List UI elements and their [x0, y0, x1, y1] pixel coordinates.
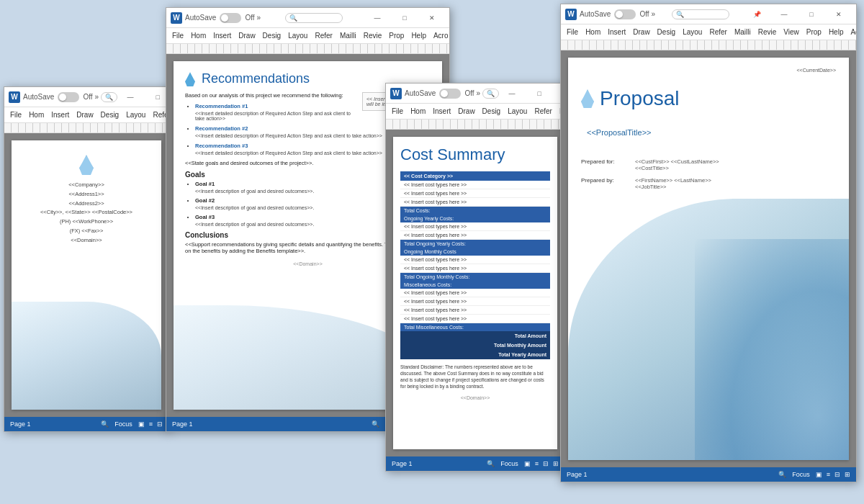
menu-prop-proposal[interactable]: Prop	[806, 28, 822, 36]
menu-insert[interactable]: Insert	[51, 111, 69, 119]
maximize-cost[interactable]: □	[526, 88, 552, 99]
focus-label-proposal: 🔍	[778, 471, 786, 478]
drop-icon-rec	[185, 72, 195, 86]
table-row: << Insert cost types here >>	[400, 297, 550, 306]
proposal-title-placeholder: <<ProposalTitle>>	[587, 128, 836, 137]
menu-view-proposal[interactable]: View	[783, 28, 799, 36]
status-bar-proposal: Page 1 🔍 Focus ▣ ≡ ⊟ ⊞	[561, 467, 856, 482]
minimize-cost[interactable]: —	[499, 88, 525, 99]
search-box-cost[interactable]: 🔍	[482, 89, 499, 99]
proposal-title-area: Proposal	[581, 87, 836, 110]
minimize-proposal[interactable]: —	[771, 9, 797, 20]
view-icon-proposal-3[interactable]: ⊟	[834, 471, 840, 478]
view-icon-cost-3[interactable]: ⊟	[543, 460, 549, 467]
proposal-fields: Prepared for: <<CustFirst>> <<CustLastNa…	[581, 158, 836, 190]
doc-area-cost: Cost Summary << Cost Category >> << Inse…	[386, 130, 564, 456]
more-button-cost[interactable]: »	[474, 89, 483, 97]
menu-insert-rec[interactable]: Insert	[213, 32, 231, 40]
section-misc: Miscellaneous Costs:	[400, 281, 550, 289]
maximize-rec[interactable]: □	[392, 12, 418, 24]
view-icon-proposal-1[interactable]: ▣	[816, 471, 822, 478]
cost-disclaimer: Standard Disclaimer: The numbers represe…	[400, 364, 550, 390]
minimize-rec[interactable]: —	[364, 12, 390, 24]
menu-insert-proposal[interactable]: Insert	[608, 28, 626, 36]
view-icon-1[interactable]: ▣	[138, 420, 145, 428]
close-rec[interactable]: ✕	[419, 12, 445, 24]
cost-footer-domain: <<Domain>>	[400, 395, 550, 400]
menu-design-rec[interactable]: Desig	[263, 32, 282, 40]
focus-label-cost: 🔍	[487, 460, 495, 467]
word-icon-proposal: W	[565, 9, 577, 20]
autosave-toggle-cost[interactable]	[439, 89, 461, 99]
cost-content: Cost Summary << Cost Category >> << Inse…	[393, 137, 557, 449]
menu-home-proposal[interactable]: Hom	[585, 28, 600, 36]
menu-help-rec[interactable]: Help	[411, 32, 426, 40]
menu-insert-cost[interactable]: Insert	[433, 107, 451, 115]
menu-help-proposal[interactable]: Help	[829, 28, 844, 36]
menu-review-rec[interactable]: Revie	[364, 32, 382, 40]
menu-refer-rec[interactable]: Refer	[315, 32, 332, 40]
menu-draw[interactable]: Draw	[76, 111, 93, 119]
menu-mailli-rec[interactable]: Mailli	[340, 32, 356, 40]
proposal-title: Proposal	[600, 87, 680, 110]
menu-acro-rec[interactable]: Acro	[433, 32, 449, 40]
window-controls: — □ ✕	[117, 91, 169, 103]
search-box-rec[interactable]: 🔍	[285, 13, 343, 23]
title-bar-cost: W AutoSave Off » 🔍 — □ ✕	[386, 84, 564, 104]
doc-area-proposal: <<CurrentDate>> Proposal <<ProposalTitle…	[561, 50, 856, 467]
menu-review-proposal[interactable]: Revie	[758, 28, 777, 36]
grand-total-row-3: Total Yearly Amount	[400, 350, 550, 359]
menu-draw-rec[interactable]: Draw	[238, 32, 255, 40]
menu-prop-rec[interactable]: Prop	[389, 32, 404, 40]
title-bar-rec: W AutoSave Off » 🔍 — □ ✕	[166, 8, 449, 28]
doc-page-proposal: <<CurrentDate>> Proposal <<ProposalTitle…	[568, 58, 849, 460]
menu-design-cost[interactable]: Desig	[482, 107, 501, 115]
autosave-toggle-rec[interactable]	[220, 13, 241, 23]
more-button[interactable]: »	[93, 93, 102, 101]
menu-design-proposal[interactable]: Desig	[657, 28, 676, 36]
status-bar-contact: Page 1 🔍 Focus ▣ ≡ ⊟	[4, 417, 168, 431]
doc-page-cost: Cost Summary << Cost Category >> << Inse…	[393, 137, 557, 449]
menu-layout-proposal[interactable]: Layou	[683, 28, 702, 36]
menu-file-rec[interactable]: File	[172, 32, 184, 40]
doc-page-contact: <<Company>> <<Address1>> <<Address2>> <<…	[12, 140, 161, 410]
focus-icon: 🔍	[101, 420, 109, 428]
menu-home-rec[interactable]: Hom	[191, 32, 206, 40]
autosave-toggle[interactable]	[58, 92, 79, 102]
menu-draw-proposal[interactable]: Draw	[633, 28, 649, 36]
view-icon-3[interactable]: ⊟	[157, 420, 163, 428]
minimize-button[interactable]: —	[117, 91, 143, 103]
menu-refer-cost[interactable]: Refer	[534, 107, 552, 115]
menu-home-cost[interactable]: Hom	[410, 107, 426, 115]
menu-home[interactable]: Hom	[29, 111, 44, 119]
menu-design[interactable]: Desig	[101, 111, 120, 119]
proposal-date: <<CurrentDate>>	[581, 68, 836, 73]
autosave-toggle-proposal[interactable]	[614, 9, 636, 19]
view-icon-proposal-2[interactable]: ≡	[827, 471, 830, 478]
window-controls-rec: — □ ✕	[364, 12, 445, 24]
view-icon-cost-1[interactable]: ▣	[524, 460, 531, 467]
menu-refer-proposal[interactable]: Refer	[709, 28, 726, 36]
menu-layout[interactable]: Layou	[126, 111, 145, 119]
close-proposal[interactable]: ✕	[826, 9, 852, 20]
maximize-proposal[interactable]: □	[798, 9, 824, 20]
search-box[interactable]: 🔍	[101, 92, 117, 102]
view-icon-proposal-4[interactable]: ⊞	[845, 471, 850, 478]
menu-file-cost[interactable]: File	[392, 107, 403, 115]
menu-file-proposal[interactable]: File	[567, 28, 578, 36]
pin-button-proposal[interactable]: 📌	[744, 9, 770, 20]
autosave-proposal: AutoSave Off	[580, 9, 649, 19]
more-button-rec[interactable]: »	[255, 14, 264, 22]
menu-layout-rec[interactable]: Layou	[288, 32, 307, 40]
view-icon-cost-2[interactable]: ≡	[535, 460, 539, 467]
more-button-proposal[interactable]: »	[649, 10, 658, 18]
search-box-proposal[interactable]: 🔍	[672, 9, 729, 19]
menu-layout-cost[interactable]: Layou	[508, 107, 527, 115]
view-icon-2[interactable]: ≡	[149, 420, 153, 428]
menu-file[interactable]: File	[10, 111, 22, 119]
contact-fields: <<Company>> <<Address1>> <<Address2>> <<…	[40, 181, 132, 245]
menu-draw-cost[interactable]: Draw	[458, 107, 474, 115]
view-icon-cost-4[interactable]: ⊞	[553, 460, 559, 467]
menu-mailli-proposal[interactable]: Mailli	[734, 28, 751, 36]
menu-acro-proposal[interactable]: Acro	[850, 28, 857, 36]
